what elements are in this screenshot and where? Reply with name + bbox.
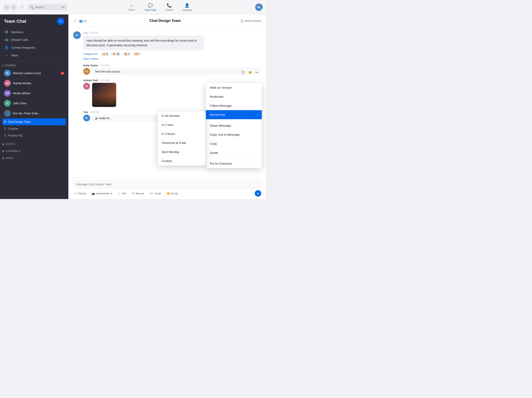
contact-item-sophia[interactable]: SM Sophia Mosley: [2, 78, 66, 88]
context-item-pin-everyone[interactable]: Pin for Everyone: [206, 159, 262, 168]
katie-header: Katie Carter 5:22 PM: [83, 63, 261, 67]
mentions-icon: @: [4, 30, 9, 34]
channel-name-creative: Creative: [8, 127, 18, 130]
file-button[interactable]: 📄 File: [116, 191, 127, 196]
remind-tomorrow-label: Tomorrow at 9 AM: [162, 141, 186, 145]
contact-item-maurice[interactable]: ML Maurice Lawson (You) 1: [2, 68, 66, 78]
remind-item-3hours[interactable]: In 3 hours: [158, 129, 205, 138]
fire-count: 13: [116, 52, 119, 56]
thumbs-up-count: 6: [106, 52, 108, 56]
contact-name-maurice: Maurice Lawson (You): [13, 72, 59, 75]
chats-collapsible[interactable]: ▶ CHATS: [0, 140, 68, 148]
reaction-watermelon[interactable]: 🍉 1: [123, 52, 131, 56]
channels-collapsible[interactable]: ▶ CHANNELS: [0, 148, 68, 155]
channels-label: CHANNELS: [6, 150, 21, 152]
time-msg1: 9:20 AM: [89, 32, 98, 34]
context-item-mark-unread[interactable]: Mark as Unread: [206, 83, 262, 92]
remind-item-custom[interactable]: Custom: [158, 156, 205, 165]
collapse-button[interactable]: Collapse All ^: [83, 52, 99, 56]
share-message-label: Share Message...: [210, 124, 234, 127]
contact-item-hester[interactable]: HW Hester Wilson: [2, 88, 66, 98]
format-button[interactable]: ✏ Format: [73, 191, 87, 196]
tab-contacts[interactable]: 👤 Contacts: [177, 1, 197, 13]
nav-arrows: ‹ ›: [3, 4, 17, 10]
message-input[interactable]: [73, 181, 261, 188]
remind-30min-label: In 30 minutes: [162, 114, 180, 117]
send-button[interactable]: ➤: [255, 190, 261, 196]
hash-icon: #: [4, 120, 6, 124]
sidebar-item-mentions-label: Mentions: [11, 30, 24, 34]
tab-phone[interactable]: 📞 Phone: [161, 1, 177, 13]
record-label: Record: [136, 192, 144, 195]
remind-item-1hour[interactable]: In 1 hour: [158, 120, 205, 129]
more-actions-button[interactable]: 📋 More Actions: [240, 19, 261, 23]
phone-icon: 📞: [167, 3, 172, 8]
initials-maurice: ML: [6, 72, 9, 74]
starred-section-header[interactable]: ▾ STARRED: [2, 64, 66, 67]
time-you2: 2:20 PM: [90, 111, 99, 114]
emoji-toolbar-button[interactable]: 🙂 Emoji: [165, 191, 179, 196]
tab-team-chat[interactable]: 💬 Team Chat: [139, 1, 161, 13]
context-item-follow-message[interactable]: Follow Message: [206, 101, 262, 110]
context-item-remind-me[interactable]: Remind Me ›: [206, 110, 262, 119]
contact-item-john[interactable]: JC John Chen: [2, 98, 66, 108]
members-badge[interactable]: 👥 15: [79, 19, 87, 23]
reply-button[interactable]: 💬: [240, 69, 246, 75]
sidebar-item-more[interactable]: ··· More: [2, 51, 67, 59]
more-actions-icon: 📋: [240, 19, 244, 23]
remind-item-tomorrow[interactable]: Tomorrow at 9 AM: [158, 138, 205, 147]
history-button[interactable]: 🕐: [19, 4, 25, 10]
forward-button[interactable]: ›: [10, 4, 17, 10]
context-item-copy-link[interactable]: Copy Link to Message: [206, 130, 262, 139]
view-more-button[interactable]: View 2 More...: [83, 57, 261, 60]
bots-label: BOTS: [6, 157, 13, 160]
user-avatar[interactable]: ML: [255, 3, 263, 11]
screenshot-button[interactable]: 📷 Screenshot ▾: [90, 191, 113, 196]
sidebar-item-mentions[interactable]: @ Mentions: [2, 28, 67, 36]
add-reaction-button[interactable]: 🙂+: [133, 52, 141, 56]
reaction-thumbs-up[interactable]: 👍 6: [101, 52, 109, 56]
more-button[interactable]: •••: [254, 69, 260, 75]
message-input-area: ✏ Format 📷 Screenshot ▾ 📄 File 🎙 Record: [68, 178, 266, 199]
search-input[interactable]: [35, 6, 59, 9]
search-bar[interactable]: 🔍 ⌘F: [27, 4, 68, 10]
remind-item-monday[interactable]: Next Monday: [158, 147, 205, 156]
bots-collapsible[interactable]: ▶ BOTS: [0, 155, 68, 162]
sidebar-item-contact-requests[interactable]: 👤 Contact Requests: [2, 44, 67, 51]
compose-button[interactable]: ✏: [57, 18, 64, 25]
emoji-button[interactable]: 😊: [247, 69, 253, 75]
channel-item-product-hq[interactable]: # Product HQ: [2, 132, 66, 139]
channel-item-chat-design[interactable]: # Chat Design Team: [2, 118, 66, 125]
record-button[interactable]: 🎙 Record: [131, 191, 145, 196]
katie-bubble: Text line auto layout. 💬 😊 •••: [92, 68, 261, 75]
chevron-right-icon: ▶: [2, 143, 5, 145]
pin-everyone-label: Pin for Everyone: [210, 162, 232, 165]
file-icon: 📄: [118, 192, 121, 195]
time-ashlee: 6:10 PM: [100, 79, 109, 82]
sidebar-item-contact-requests-label: Contact Requests: [11, 46, 35, 49]
channel-item-creative[interactable]: # Creative: [2, 125, 66, 132]
chevron-right-icon-2: ▶: [2, 150, 5, 152]
contact-item-eric[interactable]: 👥 Eric Wu, Peter Drak...: [2, 108, 66, 118]
remind-item-30min[interactable]: In 30 minutes: [158, 111, 205, 120]
context-item-bookmark[interactable]: Bookmark: [206, 92, 262, 101]
code-button[interactable]: </> Code: [149, 191, 162, 196]
contact-name-eric: Eric Wu, Peter Drak...: [13, 112, 64, 115]
message-actions-katie: 💬 😊 •••: [240, 69, 260, 75]
contacts-icon: 👤: [184, 3, 190, 8]
context-item-quote[interactable]: Quote: [206, 148, 262, 157]
tab-home[interactable]: ⌂ Home: [123, 1, 139, 13]
reaction-fire[interactable]: 🔥 13: [111, 52, 121, 56]
message-group-katie: Katie Carter 5:22 PM KC Text line auto l…: [83, 63, 261, 75]
copy-label: Copy: [210, 142, 217, 145]
sidebar-menu: @ Mentions 📹 Missed Calls 👤 Contact Requ…: [0, 28, 68, 59]
record-icon: 🎙: [132, 192, 134, 195]
sidebar-item-missed-calls[interactable]: 📹 Missed Calls: [2, 36, 67, 44]
context-item-share-message[interactable]: Share Message...: [206, 121, 262, 130]
hash-icon-2: #: [4, 127, 6, 130]
star-button[interactable]: ☆: [73, 19, 77, 23]
back-button[interactable]: ‹: [3, 4, 10, 10]
online-dot-maurice: [9, 75, 11, 76]
context-item-copy[interactable]: Copy: [206, 139, 262, 148]
sidebar-header: Team Chat ✏: [0, 14, 68, 28]
